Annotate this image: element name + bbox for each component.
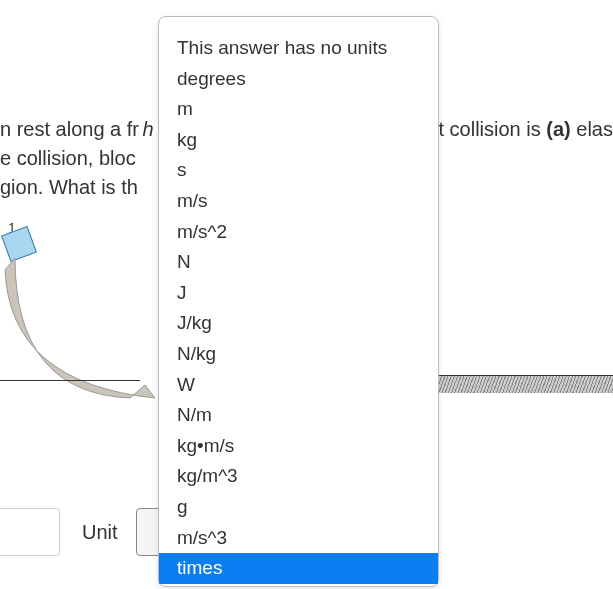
unit-label: Unit [78,521,118,544]
unit-option[interactable]: m/s^3 [159,523,438,554]
physics-figure: 1 [0,225,160,405]
unit-option[interactable]: kg•m/s [159,431,438,462]
unit-option[interactable]: m [159,94,438,125]
unit-option[interactable]: times [159,553,438,584]
ground-line-left [0,380,140,381]
problem-line2-left: e collision, bloc [0,144,139,173]
problem-line1-left: n rest along a fr [0,115,139,144]
unit-option[interactable]: J/kg [159,308,438,339]
unit-option[interactable]: s [159,155,438,186]
problem-text-left: n rest along a fr e collision, bloc gion… [0,115,139,202]
answer-input[interactable] [0,508,60,556]
unit-option[interactable]: N/kg [159,339,438,370]
problem-line3-left: gion. What is th [0,173,139,202]
unit-dropdown[interactable]: This answer has no unitsdegreesmkgsm/sm/… [158,16,439,587]
problem-line3-right: collision is (a) elas [450,118,613,140]
unit-option[interactable]: g [159,492,438,523]
unit-option[interactable]: m/s [159,186,438,217]
unit-option[interactable]: kg [159,125,438,156]
ground-rough-right [438,375,613,393]
unit-option[interactable]: W [159,370,438,401]
unit-option[interactable]: N [159,247,438,278]
unit-option[interactable]: kg/m^3 [159,461,438,492]
unit-option[interactable]: degrees [159,64,438,95]
unit-option[interactable]: J [159,278,438,309]
unit-option[interactable]: This answer has no units [159,33,438,64]
unit-option[interactable]: m/s^2 [159,217,438,248]
unit-option[interactable]: N/m [159,400,438,431]
ramp-curve [0,243,170,413]
